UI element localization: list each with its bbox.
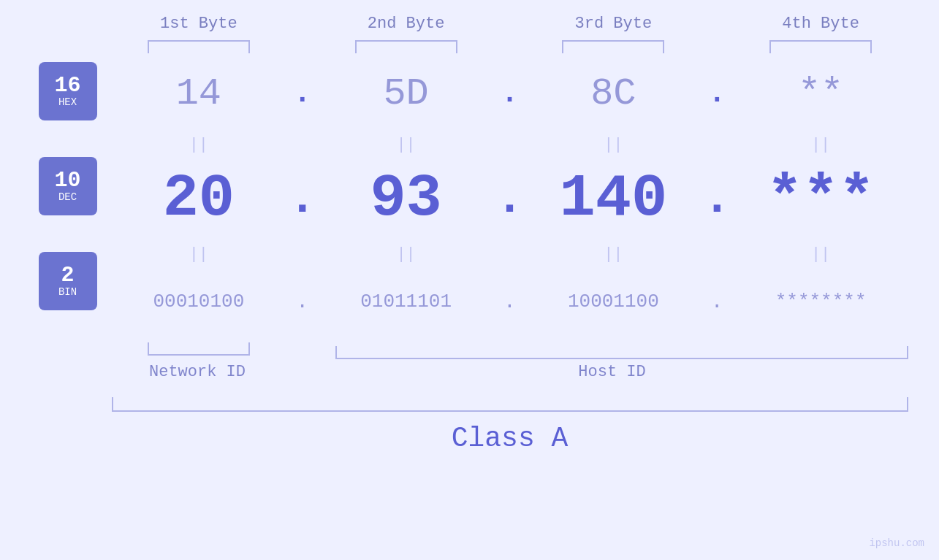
bin-byte3: 10001100 — [526, 291, 701, 312]
eq-1-b4: || — [734, 136, 908, 154]
dec-byte1: 20 — [112, 169, 286, 229]
eq-2-b1: || — [112, 245, 286, 264]
bin-badge-name: BIN — [58, 286, 77, 298]
main-container: 1st Byte 2nd Byte 3rd Byte 4th Byte 16 H… — [0, 0, 939, 560]
byte4-header: 4th Byte — [734, 15, 908, 33]
bin-badge-row: 2 BIN — [31, 248, 104, 314]
bracket-top-span-4 — [769, 40, 872, 53]
byte-headers-row: 1st Byte 2nd Byte 3rd Byte 4th Byte — [112, 15, 908, 33]
host-bracket-spacer — [112, 346, 303, 359]
host-bracket-row — [112, 346, 908, 359]
dec-sep-2: . — [493, 172, 526, 226]
eq-spacer-2 — [31, 219, 104, 248]
bin-badge: 2 BIN — [39, 252, 97, 310]
id-labels-area: Network ID Host ID — [112, 363, 908, 381]
hex-byte2: 5D — [319, 72, 493, 115]
eq-1-b3: || — [526, 136, 701, 154]
eq-2-b4: || — [734, 245, 908, 264]
bin-values-row: 00010100 . 01011101 . 10001100 . *******… — [112, 269, 908, 334]
full-bottom-bracket-container — [112, 390, 908, 412]
bracket-top-1 — [112, 40, 286, 53]
eq-spacer-1 — [31, 124, 104, 153]
eq-2-b3: || — [526, 245, 701, 264]
hex-badge-name: HEX — [58, 96, 77, 108]
dec-badge: 10 DEC — [39, 157, 97, 215]
hex-byte4: ** — [734, 72, 908, 115]
bin-byte4: ******** — [734, 291, 908, 312]
host-bracket-span — [335, 346, 908, 359]
hex-values-row: 14 . 5D . 8C . ** — [112, 57, 908, 130]
hex-sep-2: . — [493, 77, 526, 110]
byte1-header: 1st Byte — [112, 15, 286, 33]
dec-badge-row: 10 DEC — [31, 153, 104, 219]
rows-wrapper: 16 HEX 10 DEC 2 — [31, 37, 908, 454]
bin-badge-num: 2 — [61, 264, 74, 286]
dec-byte2: 93 — [319, 169, 493, 229]
bracket-top-2 — [319, 40, 493, 53]
hex-byte1: 14 — [112, 72, 286, 115]
hex-badge: 16 HEX — [39, 62, 97, 120]
eq-1-b2: || — [319, 136, 493, 154]
bin-sep-1: . — [286, 291, 319, 313]
dec-sep-3: . — [701, 172, 734, 226]
class-label: Class A — [112, 423, 908, 454]
bracket-top-3 — [526, 40, 701, 53]
eq-1-b1: || — [112, 136, 286, 154]
host-bracket-sep-spacer — [303, 346, 335, 359]
dec-sep-1: . — [286, 172, 319, 226]
bin-byte1: 00010100 — [112, 291, 286, 312]
hex-badge-row: 16 HEX — [31, 58, 104, 124]
equals-row-1: || || || || — [112, 130, 908, 159]
host-bracket-span-el — [335, 346, 908, 359]
byte3-header: 3rd Byte — [526, 15, 701, 33]
content-wrapper: 1st Byte 2nd Byte 3rd Byte 4th Byte 16 H… — [31, 15, 908, 454]
eq-2-b2: || — [319, 245, 493, 264]
hex-badge-num: 16 — [54, 74, 80, 96]
grid-area: 14 . 5D . 8C . ** || || || || — [112, 37, 908, 454]
byte2-header: 2nd Byte — [319, 15, 493, 33]
bracket-top-span-1 — [148, 40, 250, 53]
equals-row-2: || || || || — [112, 239, 908, 269]
hex-sep-1: . — [286, 77, 319, 110]
bracket-top-span-2 — [355, 40, 457, 53]
badge-column: 16 HEX 10 DEC 2 — [31, 37, 104, 314]
bin-sep-2: . — [493, 291, 526, 313]
dec-byte3: 140 — [526, 169, 701, 229]
watermark: ipshu.com — [869, 537, 924, 549]
dec-badge-num: 10 — [54, 169, 80, 191]
hex-sep-3: . — [701, 77, 734, 110]
network-id-label: Network ID — [112, 363, 284, 381]
bracket-top-4 — [734, 40, 908, 53]
dec-byte4: *** — [734, 169, 908, 229]
bin-byte2: 01011101 — [319, 291, 493, 312]
dec-badge-name: DEC — [58, 191, 77, 203]
host-id-label: Host ID — [316, 363, 908, 381]
full-bottom-bracket — [112, 397, 908, 412]
dec-values-row: 20 . 93 . 140 . *** — [112, 159, 908, 239]
bracket-top-span-3 — [562, 40, 664, 53]
hex-byte3: 8C — [526, 72, 701, 115]
bin-sep-3: . — [701, 291, 734, 313]
top-brackets-row — [112, 37, 908, 57]
